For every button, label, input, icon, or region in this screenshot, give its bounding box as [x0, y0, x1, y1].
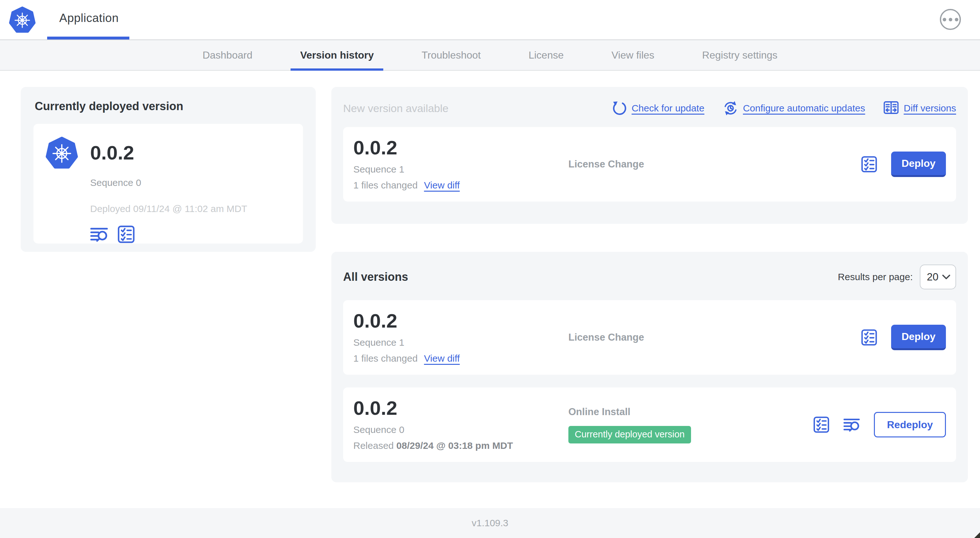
top-bar: Application: [0, 0, 980, 40]
tab-registry-settings[interactable]: Registry settings: [693, 40, 787, 70]
version-number: 0.0.2: [353, 311, 568, 331]
check-for-update-link[interactable]: Check for update: [611, 101, 704, 116]
version-source: License Change: [568, 159, 861, 170]
deployed-version-number: 0.0.2: [90, 143, 134, 163]
overflow-menu-button[interactable]: [940, 9, 961, 30]
currently-deployed-card: 0.0.2 Sequence 0 Deployed 09/11/24 @ 11:…: [33, 124, 303, 244]
ellipsis-icon: [943, 18, 946, 21]
new-version-panel: New version available Check for update C…: [331, 87, 968, 224]
checklist-icon[interactable]: [861, 329, 878, 346]
auto-update-icon: [723, 101, 738, 116]
view-diff-link[interactable]: View diff: [424, 353, 460, 364]
logs-icon[interactable]: [90, 225, 109, 244]
logs-icon[interactable]: [843, 416, 861, 433]
version-row: 0.0.2 Sequence 0 Released 08/29/24 @ 03:…: [343, 387, 956, 462]
deployed-timestamp: Deployed 09/11/24 @ 11:02 am MDT: [90, 203, 290, 214]
diff-versions-link[interactable]: Diff versions: [883, 101, 956, 116]
released-timestamp: Released 08/29/24 @ 03:18 pm MDT: [353, 440, 568, 451]
app-title: Application: [59, 11, 119, 25]
app-subnav: Dashboard Version history Troubleshoot L…: [0, 40, 980, 71]
version-source: License Change: [568, 332, 861, 343]
tab-view-files[interactable]: View files: [602, 40, 664, 70]
kubernetes-logo-icon: [9, 6, 36, 33]
tab-dashboard[interactable]: Dashboard: [193, 40, 262, 70]
version-sequence: Sequence 0: [353, 424, 568, 435]
tab-license[interactable]: License: [519, 40, 573, 70]
files-changed-label: 1 files changed: [353, 180, 418, 191]
diff-icon: [883, 101, 899, 116]
checklist-icon[interactable]: [117, 225, 135, 244]
app-footer: v1.109.3: [0, 508, 980, 538]
version-actions: Check for update Configure automatic upd…: [611, 101, 956, 116]
new-version-heading: New version available: [343, 102, 449, 114]
view-diff-link[interactable]: View diff: [424, 180, 460, 191]
refresh-icon: [611, 101, 627, 116]
app-title-underline: [47, 37, 129, 40]
deploy-button[interactable]: Deploy: [891, 325, 946, 350]
currently-deployed-heading: Currently deployed version: [35, 100, 303, 113]
currently-deployed-badge: Currently deployed version: [568, 426, 691, 443]
kubernetes-logo-icon: [46, 136, 78, 169]
chevron-down-icon: [942, 275, 950, 279]
version-number: 0.0.2: [353, 398, 568, 418]
checklist-icon[interactable]: [861, 156, 878, 173]
tab-troubleshoot[interactable]: Troubleshoot: [412, 40, 490, 70]
currently-deployed-panel: Currently deployed version 0.0.2 Sequenc…: [21, 87, 316, 252]
checklist-icon[interactable]: [813, 416, 830, 433]
version-row: 0.0.2 Sequence 1 1 files changed View di…: [343, 300, 956, 375]
version-source: Online Install: [568, 406, 813, 418]
new-version-card: 0.0.2 Sequence 1 1 files changed View di…: [343, 127, 956, 202]
console-version: v1.109.3: [471, 517, 508, 528]
version-sequence: Sequence 1: [353, 164, 568, 175]
deploy-button[interactable]: Deploy: [891, 152, 946, 177]
version-number: 0.0.2: [353, 138, 568, 157]
cursor-artifact: [974, 532, 980, 538]
results-per-page-select[interactable]: 20: [920, 265, 956, 289]
all-versions-panel: All versions Results per page: 20 0.0.2 …: [331, 252, 968, 482]
tab-version-history[interactable]: Version history: [291, 40, 383, 70]
deployed-sequence: Sequence 0: [90, 177, 290, 188]
all-versions-heading: All versions: [343, 270, 408, 284]
redeploy-button[interactable]: Redeploy: [874, 412, 946, 437]
files-changed-label: 1 files changed: [353, 353, 418, 364]
configure-automatic-updates-link[interactable]: Configure automatic updates: [723, 101, 865, 116]
results-per-page-label: Results per page:: [838, 271, 913, 282]
version-sequence: Sequence 1: [353, 337, 568, 348]
